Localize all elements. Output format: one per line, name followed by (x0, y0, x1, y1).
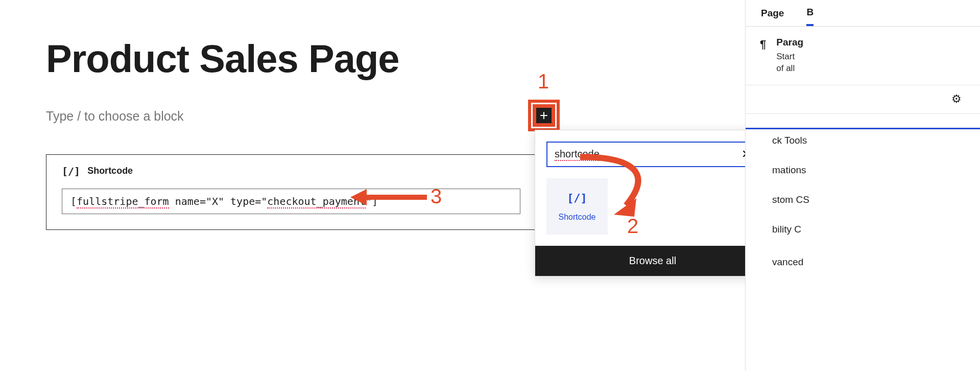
sidebar-active-underline (746, 128, 980, 129)
sidebar-tabs: Page B (746, 0, 980, 27)
sidebar-panel-animations[interactable]: mations (772, 165, 806, 176)
shortcode-input[interactable]: [fullstripe_form name="X" type="checkout… (62, 189, 520, 214)
sidebar-panel-advanced[interactable]: vanced (772, 257, 803, 268)
shortcode-text-part: [ (70, 195, 77, 207)
annotation-number-3: 3 (431, 185, 442, 208)
annotation-arrow-3 (350, 188, 427, 206)
block-info-panel: ¶ Parag Start of all (746, 27, 980, 85)
block-info-title: Parag (776, 37, 803, 48)
svg-marker-2 (614, 198, 636, 217)
svg-marker-1 (350, 189, 367, 205)
editor-canvas: Product Sales Page Type / to choose a bl… (46, 38, 546, 230)
gear-icon[interactable]: ⚙ (951, 92, 962, 106)
page-title[interactable]: Product Sales Page (46, 38, 546, 79)
browse-all-button[interactable]: Browse all (535, 246, 770, 276)
sidebar-toolbar-row: ⚙ (746, 85, 980, 114)
tab-block[interactable]: B (806, 0, 814, 26)
paragraph-icon: ¶ (760, 37, 766, 75)
shortcode-text-part: name="X" type=" (169, 195, 268, 207)
shortcode-block[interactable]: [/] Shortcode [fullstripe_form name="X" … (46, 154, 536, 230)
shortcode-text-part: fullstripe_form (77, 195, 169, 208)
tab-page[interactable]: Page (761, 0, 784, 26)
shortcode-block-header: [/] Shortcode (62, 165, 520, 177)
annotation-arrow-2 (575, 149, 662, 228)
sidebar-panel-visibility[interactable]: bility C (772, 224, 801, 235)
empty-paragraph-placeholder[interactable]: Type / to choose a block (46, 109, 546, 124)
annotation-number-1: 1 (538, 70, 549, 93)
shortcode-block-label: Shortcode (87, 166, 133, 176)
plus-icon: + (540, 107, 548, 124)
block-info-description: Start of all (776, 51, 803, 75)
sidebar-panel-block-tools[interactable]: ck Tools (772, 135, 807, 146)
sidebar-panel-custom-css[interactable]: stom CS (772, 194, 809, 205)
add-block-button[interactable]: + (533, 105, 555, 126)
settings-sidebar: Page B ¶ Parag Start of all ⚙ (745, 0, 980, 371)
shortcode-icon: [/] (62, 165, 80, 177)
annotation-number-2: 2 (627, 215, 638, 238)
